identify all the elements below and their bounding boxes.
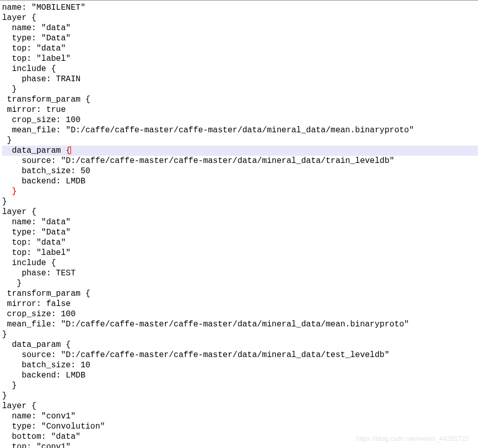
brace-close: }	[12, 187, 17, 196]
code-text: top: "label"	[2, 54, 70, 63]
text-cursor	[70, 146, 71, 154]
watermark-text: https://blog.csdn.net/weixin_44265722	[356, 434, 469, 444]
code-line[interactable]: }	[2, 135, 478, 146]
code-text: layer {	[2, 13, 36, 22]
code-text: name: "data"	[2, 23, 70, 33]
code-text: batch_size: 50	[2, 167, 90, 176]
code-line[interactable]: }	[2, 84, 478, 95]
code-text: include {	[2, 64, 56, 74]
code-text: mirror: false	[2, 299, 70, 309]
code-line[interactable]: mean_file: "D:/caffe/caffe-master/caffe-…	[2, 319, 478, 329]
code-line[interactable]: top: "label"	[2, 248, 478, 258]
code-text: data_param {	[2, 340, 70, 349]
code-line[interactable]: mirror: false	[2, 299, 478, 309]
code-text: layer {	[2, 402, 36, 411]
code-line[interactable]: top: "data"	[2, 43, 478, 54]
code-line[interactable]: include {	[2, 258, 478, 268]
code-line[interactable]: transform_param {	[2, 95, 478, 105]
code-text: data_param	[2, 146, 66, 155]
code-text: top: "label"	[2, 248, 70, 257]
code-text: layer {	[2, 207, 36, 217]
code-line[interactable]: mirror: true	[2, 105, 478, 115]
code-line[interactable]: layer {	[2, 207, 478, 217]
code-line[interactable]: phase: TEST	[2, 268, 478, 278]
code-line[interactable]: source: "D:/caffe/caffe-master/caffe-mas…	[2, 156, 478, 166]
code-text: name: "conv1"	[2, 412, 76, 421]
brace-open: {	[66, 146, 71, 155]
code-text	[2, 187, 12, 196]
code-line[interactable]: include {	[2, 64, 478, 74]
code-line[interactable]: }	[2, 186, 478, 197]
code-text: backend: LMDB	[2, 177, 85, 186]
code-text: type: "Convolution"	[2, 422, 105, 431]
code-text: batch_size: 10	[2, 361, 90, 370]
code-line[interactable]: type: "Convolution"	[2, 421, 478, 432]
code-text: }	[2, 85, 17, 94]
code-text: crop_size: 100	[2, 115, 81, 125]
code-line[interactable]: type: "Data"	[2, 33, 478, 43]
code-line[interactable]: batch_size: 50	[2, 166, 478, 176]
code-line[interactable]: }	[2, 391, 478, 401]
code-text: top: "data"	[2, 238, 66, 247]
code-text: include {	[2, 258, 56, 268]
code-text: backend: LMDB	[2, 371, 85, 380]
code-text: top: "data"	[2, 44, 66, 53]
code-text: }	[2, 391, 7, 400]
code-text: name: "MOBILENET"	[2, 3, 85, 12]
code-editor[interactable]: name: "MOBILENET"layer { name: "data" ty…	[0, 1, 478, 448]
code-text: source: "D:/caffe/caffe-master/caffe-mas…	[2, 156, 394, 166]
code-line[interactable]: data_param {	[2, 146, 478, 156]
code-line[interactable]: phase: TRAIN	[2, 74, 478, 84]
code-text: transform_param {	[2, 289, 90, 298]
code-line[interactable]: top: "data"	[2, 238, 478, 248]
code-line[interactable]: layer {	[2, 401, 478, 411]
code-line[interactable]: type: "Data"	[2, 227, 478, 238]
code-line[interactable]: source: "D:/caffe/caffe-master/caffe-mas…	[2, 350, 478, 360]
code-text: phase: TRAIN	[2, 75, 81, 84]
code-text: mean_file: "D:/caffe/caffe-master/caffe-…	[2, 320, 409, 329]
code-text: name: "data"	[2, 218, 70, 227]
code-line[interactable]: backend: LMDB	[2, 370, 478, 381]
code-text: mean_file: "D:/caffe/caffe-master/caffe-…	[2, 126, 414, 135]
code-line[interactable]: name: "data"	[2, 23, 478, 33]
code-line[interactable]: batch_size: 10	[2, 360, 478, 370]
code-text: top: "conv1"	[2, 442, 70, 448]
code-text: }	[2, 136, 12, 145]
code-line[interactable]: crop_size: 100	[2, 309, 478, 319]
code-line[interactable]: layer {	[2, 13, 478, 23]
code-text: bottom: "data"	[2, 432, 81, 441]
code-text: }	[2, 279, 21, 288]
code-line[interactable]: transform_param {	[2, 289, 478, 299]
code-text: }	[2, 381, 17, 390]
code-text: crop_size: 100	[2, 310, 76, 319]
code-line[interactable]: }	[2, 197, 478, 207]
code-line[interactable]: }	[2, 278, 478, 289]
code-text: type: "Data"	[2, 228, 70, 237]
code-line[interactable]: name: "MOBILENET"	[2, 3, 478, 13]
code-line[interactable]: top: "label"	[2, 54, 478, 64]
code-line[interactable]: mean_file: "D:/caffe/caffe-master/caffe-…	[2, 125, 478, 135]
code-line[interactable]: backend: LMDB	[2, 176, 478, 186]
code-line[interactable]: name: "conv1"	[2, 411, 478, 421]
code-text: source: "D:/caffe/caffe-master/caffe-mas…	[2, 350, 390, 360]
code-line[interactable]: crop_size: 100	[2, 115, 478, 125]
code-line[interactable]: }	[2, 381, 478, 391]
code-text: transform_param {	[2, 95, 90, 104]
code-text: }	[2, 330, 7, 339]
code-line[interactable]: name: "data"	[2, 217, 478, 227]
code-line[interactable]: }	[2, 329, 478, 340]
code-line[interactable]: data_param {	[2, 340, 478, 350]
code-text: type: "Data"	[2, 34, 70, 43]
code-text: }	[2, 197, 7, 206]
code-text: mirror: true	[2, 105, 66, 114]
code-text: phase: TEST	[2, 269, 76, 278]
